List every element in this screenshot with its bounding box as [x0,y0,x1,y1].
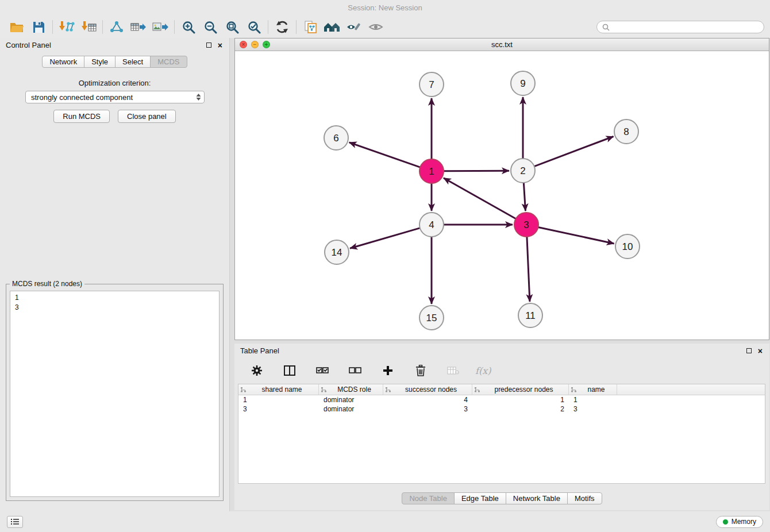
control-panel-buttons: Run MCDS Close panel [0,110,229,123]
tab-mcds[interactable]: MCDS [150,56,187,68]
zoom-out-button[interactable] [199,18,221,36]
minimize-glyph: − [253,42,257,48]
graph-edge-2-3[interactable] [523,183,525,211]
close-table-panel-icon[interactable]: × [758,348,763,354]
graph-edge-2-8[interactable] [534,136,614,166]
zoom-fit-button[interactable] [221,18,243,36]
annotation-pen-icon [346,22,361,32]
column-header-filler [617,384,765,395]
optimization-dropdown[interactable]: strongly connected component [25,91,205,103]
network-graph[interactable]: 7968124314101511 [235,51,769,340]
show-columns-button[interactable] [279,362,301,379]
graph-edge-3-10[interactable] [538,227,614,244]
graph-edge-3-1[interactable] [444,178,516,219]
table-tab-node-table[interactable]: Node Table [402,492,455,504]
mcds-result-title: MCDS result (2 nodes) [10,280,84,288]
column-header-MCDS-role[interactable]: MCDS role [319,384,383,395]
tab-network[interactable]: Network [42,56,84,68]
apply-layout-button[interactable] [271,18,293,36]
search-icon [602,24,610,31]
import-network-button[interactable] [56,18,78,36]
graph-node-label-11: 11 [525,310,536,321]
close-window-button[interactable]: × [240,41,247,48]
graph-edge-1-2[interactable] [444,171,509,171]
close-panel-button[interactable]: Close panel [118,110,176,123]
table-tab-network-table[interactable]: Network Table [506,492,568,504]
save-session-button[interactable] [28,18,49,36]
table-tab-edge-table[interactable]: Edge Table [454,492,506,504]
search-input[interactable] [613,23,759,31]
import-table-button[interactable] [78,18,99,36]
network-icon [110,21,124,33]
table-cell: dominator [319,405,383,413]
graph-node-label-8: 8 [623,126,629,137]
memory-status-dot [723,519,728,525]
zoom-in-button[interactable] [178,18,199,36]
mcds-result-list[interactable]: 13 [10,291,220,497]
graph-edge-4-14[interactable] [350,228,420,248]
zoom-window-button[interactable]: + [263,41,270,48]
table-cell: 1 [238,396,319,404]
import-network-icon [59,21,75,33]
column-sort-icon [474,387,480,393]
table-tab-motifs[interactable]: Motifs [567,492,602,504]
search-box[interactable] [596,21,764,33]
new-network-button[interactable] [106,18,128,36]
function-builder-button[interactable]: f(x) [475,365,491,376]
table-cell: 1 [569,396,617,404]
table-cell: 1 [472,396,569,404]
delete-column-button[interactable] [410,362,432,379]
checked-boxes-icon [316,367,329,375]
memory-button[interactable]: Memory [716,516,763,528]
optimization-label: Optimization criterion: [0,79,229,87]
application-window: Session: New Session [0,0,770,532]
column-header-shared-name[interactable]: shared name [238,384,319,395]
create-column-button[interactable] [377,362,399,379]
toggle-details-button[interactable] [365,18,387,36]
graph-node-label-7: 7 [429,79,434,90]
tab-select[interactable]: Select [115,56,151,68]
zoom-selected-button[interactable] [243,18,265,36]
table-header-row: shared nameMCDS rolesuccessor nodesprede… [238,384,765,395]
graph-node-label-4: 4 [429,219,434,230]
minimize-window-button[interactable]: − [251,41,259,48]
annotations-button[interactable] [343,18,365,36]
export-image-button[interactable] [149,18,171,36]
select-all-columns-button[interactable] [311,362,333,379]
close-glyph: × [242,42,245,48]
table-toolbar: f(x) [240,360,764,381]
table-cell: 3 [383,405,472,413]
graph-node-label-2: 2 [520,165,525,176]
table-panel-title: Table Panel [240,346,279,355]
open-file-button[interactable] [6,18,28,36]
export-table-button[interactable] [128,18,149,36]
dropdown-stepper-icon [196,93,201,101]
deselect-all-columns-button[interactable] [344,362,366,379]
column-header-name[interactable]: name [569,384,617,395]
table-row[interactable]: 1dominator411 [238,395,765,404]
graph-edge-1-6[interactable] [349,142,421,167]
network-document-button[interactable] [299,18,321,36]
home-views-button[interactable] [321,18,343,36]
float-table-panel-icon[interactable] [746,348,752,353]
mcds-result-group: MCDS result (2 nodes) 13 [6,284,224,501]
run-mcds-button[interactable]: Run MCDS [53,110,110,123]
graph-edge-3-11[interactable] [527,237,530,302]
save-icon [33,21,45,33]
float-panel-icon[interactable] [206,43,211,48]
table-row[interactable]: 3dominator323 [238,404,765,414]
column-header-successor-nodes[interactable]: successor nodes [383,384,472,395]
panel-list-button[interactable] [7,516,23,528]
delete-table-button-disabled[interactable] [442,362,464,379]
table-panel-tabs: Node TableEdge TableNetwork TableMotifs [234,492,769,504]
graph-node-label-1: 1 [429,166,434,177]
network-canvas[interactable]: 7968124314101511 [235,51,769,340]
toolbar-separator [174,20,175,34]
table-panel: Table Panel × [234,344,769,510]
column-sort-icon [240,387,247,393]
close-panel-icon[interactable]: × [218,43,222,48]
column-header-predecessor-nodes[interactable]: predecessor nodes [472,384,569,395]
plus-icon [383,365,393,376]
table-settings-button[interactable] [246,362,268,379]
tab-style[interactable]: Style [84,56,116,68]
